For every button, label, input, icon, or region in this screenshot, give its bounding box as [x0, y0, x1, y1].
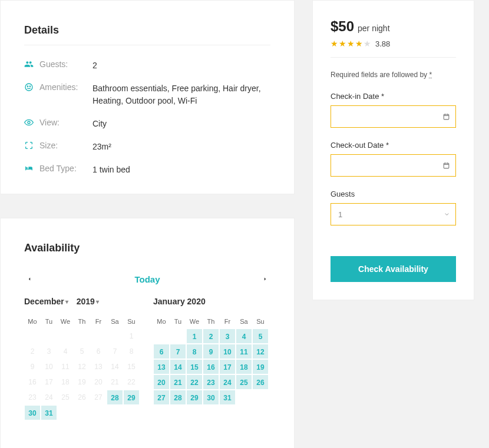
calendar-date [170, 328, 186, 344]
calendar-date-available[interactable]: 7 [170, 344, 186, 359]
calendar-date-available[interactable]: 18 [236, 359, 252, 374]
calendar-date-available[interactable]: 23 [203, 374, 219, 390]
calendar-date-disabled: 22 [123, 374, 140, 390]
checkin-label: Check-in Date * [331, 92, 456, 101]
calendar-date-available[interactable]: 10 [219, 344, 236, 359]
calendar-date-available[interactable]: 28 [107, 390, 123, 405]
divider [331, 57, 456, 58]
calendar-month-december: December ▾ 2019 ▾ MoTuWeThFrSaSu 1234567… [24, 297, 141, 420]
calendar-date-disabled: 4 [57, 344, 74, 359]
svg-point-2 [29, 86, 30, 87]
calendar-date-available[interactable]: 30 [24, 405, 41, 420]
detail-value: 1 twin bed [92, 164, 270, 176]
dow-cell: Fr [90, 314, 107, 328]
calendar-date-available[interactable]: 19 [252, 359, 269, 374]
calendar-date-available[interactable]: 6 [153, 344, 170, 359]
calendar-date-available[interactable]: 8 [186, 344, 203, 359]
detail-value: 23m² [92, 141, 270, 153]
calendar-date-available[interactable]: 5 [252, 328, 269, 344]
today-link[interactable]: Today [134, 274, 160, 284]
detail-row-amenities: Amenities: Bathroom essentials, Free par… [24, 82, 270, 107]
calendar-date-available[interactable]: 31 [219, 390, 236, 405]
calendar-date-disabled: 27 [90, 390, 107, 405]
calendar-date-available[interactable]: 16 [203, 359, 219, 374]
chevron-down-icon: ▾ [96, 298, 99, 305]
calendar-date-available[interactable]: 15 [186, 359, 203, 374]
calendar-date-available[interactable]: 29 [123, 390, 140, 405]
calendar-date-available[interactable]: 1 [186, 328, 203, 344]
calendar-date-available[interactable]: 25 [236, 374, 252, 390]
calendar-date-disabled: 18 [57, 374, 74, 390]
rating-value: 3.88 [375, 39, 390, 48]
calendar-date-available[interactable]: 26 [252, 374, 269, 390]
calendar-date-disabled [74, 405, 90, 420]
svg-point-0 [25, 84, 32, 91]
booking-sidebar: $50 per night ★★★★★ 3.88 Required fields… [312, 0, 474, 300]
svg-point-1 [27, 86, 28, 87]
checkout-input[interactable] [331, 154, 456, 177]
calendar-date-available[interactable]: 17 [219, 359, 236, 374]
calendar-date-available[interactable]: 22 [186, 374, 203, 390]
calendar-date-available[interactable]: 11 [236, 344, 252, 359]
calendar-date-disabled: 15 [123, 359, 140, 374]
calendar-prev-button[interactable] [24, 272, 35, 286]
calendar-date-disabled [74, 328, 90, 344]
dow-cell: Su [252, 314, 269, 328]
calendar-date-available[interactable]: 9 [203, 344, 219, 359]
calendar-date-disabled: 7 [107, 344, 123, 359]
month-select[interactable]: December ▾ [24, 297, 68, 306]
detail-value: 2 [92, 59, 270, 72]
dow-cell: Th [203, 314, 219, 328]
checkin-input[interactable] [331, 105, 456, 128]
detail-row-guests: Guests: 2 [24, 59, 270, 72]
guests-select[interactable]: 1 [331, 203, 456, 225]
calendar-next-button[interactable] [260, 272, 270, 286]
year-select[interactable]: 2019 ▾ [77, 297, 99, 306]
detail-label: View: [39, 118, 92, 127]
dow-cell: Su [123, 314, 140, 328]
divider [24, 45, 270, 45]
calendar-date-disabled [123, 405, 140, 420]
calendar-date-available[interactable]: 13 [153, 359, 170, 374]
calendar-date-disabled: 20 [90, 374, 107, 390]
calendar-date-available[interactable]: 30 [203, 390, 219, 405]
star-rating: ★★★★★ [331, 38, 372, 49]
calendar-date [153, 328, 170, 344]
calendar-date-available[interactable]: 12 [252, 344, 269, 359]
calendar-date-disabled: 19 [74, 374, 90, 390]
calendar-date-available[interactable]: 14 [170, 359, 186, 374]
calendar-date-available[interactable]: 24 [219, 374, 236, 390]
detail-value: Bathroom essentials, Free parking, Hair … [92, 82, 270, 107]
calendar-date-available[interactable]: 2 [203, 328, 219, 344]
amenities-icon [24, 82, 36, 92]
bed-icon [24, 164, 36, 173]
dow-cell: We [186, 314, 203, 328]
calendar-date-disabled: 2 [24, 344, 41, 359]
calendar-date-disabled: 3 [41, 344, 57, 359]
calendar-date-available[interactable]: 20 [153, 374, 170, 390]
calendar-date-disabled: 21 [107, 374, 123, 390]
calendar-date-disabled: 6 [90, 344, 107, 359]
svg-rect-5 [444, 163, 449, 168]
calendar-icon [442, 162, 450, 170]
details-card: Details Guests: 2 Amenities: Bathroom es… [0, 0, 295, 194]
calendar-date-disabled: 1 [123, 328, 140, 344]
calendar-date-disabled [107, 405, 123, 420]
check-availability-button[interactable]: Check Availability [331, 256, 456, 282]
calendar-date-available[interactable]: 28 [170, 390, 186, 405]
availability-card: Availability Today December ▾ [0, 218, 295, 448]
dow-cell: We [57, 314, 74, 328]
calendar-date-available[interactable]: 4 [236, 328, 252, 344]
required-note: Required fields are followed by * [331, 71, 456, 79]
price: $50 [331, 18, 354, 35]
calendar-date-available[interactable]: 31 [41, 405, 57, 420]
calendar-date-available[interactable]: 21 [170, 374, 186, 390]
calendar-date-disabled: 17 [41, 374, 57, 390]
calendar-date-available[interactable]: 3 [219, 328, 236, 344]
calendar-date-available[interactable]: 29 [186, 390, 203, 405]
calendar-date-disabled: 24 [41, 390, 57, 405]
detail-label: Bed Type: [39, 164, 92, 173]
checkout-label: Check-out Date * [331, 141, 456, 150]
calendar-date-available[interactable]: 27 [153, 390, 170, 405]
detail-row-view: View: City [24, 118, 270, 130]
